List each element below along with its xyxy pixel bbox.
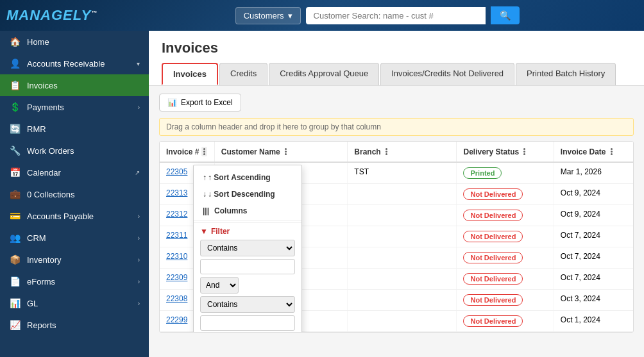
cell-branch-7 (348, 311, 457, 331)
filter-and-row: And Or (200, 277, 295, 294)
cell-delivery-1: Not Delivered (457, 184, 554, 204)
sidebar-item-label: RMR (27, 124, 46, 134)
export-to-excel-button[interactable]: 📊 Export to Excel (159, 94, 241, 112)
sidebar-item-home[interactable]: 🏠 Home (0, 31, 149, 53)
inventory-icon: 📦 (9, 254, 21, 265)
main-content: Invoices Invoices Credits Credits Approv… (149, 31, 644, 357)
chevron-right-icon: › (138, 300, 140, 307)
sidebar-item-label: eForms (27, 277, 55, 286)
cell-date-3: Oct 7, 2024 (554, 226, 633, 247)
rmr-icon: 🔄 (9, 124, 21, 134)
gl-icon: 📊 (9, 298, 21, 308)
sidebar-item-label: 0 Collections (27, 190, 74, 199)
sidebar-item-label: Reports (27, 320, 56, 330)
delivery-column-menu[interactable] (521, 147, 527, 156)
sidebar-item-eforms[interactable]: 📄 eForms › (0, 270, 149, 292)
accounts-payable-icon: 💳 (9, 211, 21, 221)
chevron-right-icon: › (138, 235, 140, 242)
col-header-invoice: Invoice # ↑ ↑ Sort Ascending (160, 142, 215, 162)
columns-icon: ||| (203, 206, 209, 215)
delivery-badge: Not Delivered (463, 252, 523, 263)
sidebar-item-crm[interactable]: 👥 CRM › (0, 227, 149, 249)
chevron-right-icon: › (138, 278, 140, 285)
columns-option[interactable]: ||| Columns (194, 203, 301, 219)
page-title: Invoices (162, 40, 631, 56)
delivery-badge: Not Delivered (463, 210, 523, 221)
main-layout: 🏠 Home 👤 Accounts Receivable ▾ 📋 Invoice… (0, 31, 644, 357)
payments-icon: 💲 (9, 102, 21, 112)
chevron-right-icon: › (138, 104, 140, 111)
delivery-badge: Not Delivered (463, 231, 523, 242)
sidebar-item-invoices[interactable]: 📋 Invoices (0, 74, 149, 96)
tabs-bar: Invoices Credits Credits Approval Queue … (162, 63, 631, 85)
sidebar-item-gl[interactable]: 📊 GL › (0, 292, 149, 314)
sidebar-item-label: Work Orders (27, 146, 74, 156)
tab-invoices-not-delivered[interactable]: Invoices/Credits Not Delivered (380, 63, 514, 85)
sidebar-item-label: GL (27, 299, 38, 308)
cell-branch-0: TST (348, 163, 457, 183)
app-logo: MANAGELY™ (6, 7, 97, 24)
col-header-customer: Customer Name (215, 142, 348, 162)
col-header-delivery: Delivery Status (457, 142, 554, 162)
sidebar-item-label: Calendar (27, 168, 61, 178)
filter-contains-select-1[interactable]: Contains Equals Starts With Ends With Do… (200, 240, 295, 256)
sidebar-item-accounts-receivable[interactable]: 👤 Accounts Receivable ▾ (0, 53, 149, 74)
search-button[interactable]: 🔍 (491, 6, 520, 24)
cell-delivery-0: Printed (457, 163, 554, 183)
invoices-icon: 📋 (9, 80, 21, 90)
customers-dropdown-label: Customers (244, 11, 284, 21)
sidebar-item-inventory[interactable]: 📦 Inventory › (0, 249, 149, 270)
excel-icon: 📊 (167, 98, 177, 107)
cell-date-6: Oct 3, 2024 (554, 290, 633, 310)
branch-column-menu[interactable] (384, 147, 389, 156)
sidebar-item-reports[interactable]: 📈 Reports (0, 314, 149, 336)
filter-and-select[interactable]: And Or (200, 277, 239, 294)
invoice-column-menu[interactable] (201, 147, 207, 156)
chevron-right-icon: › (138, 256, 140, 263)
filter-contains-select-2[interactable]: Contains Equals Starts With Ends With Do… (200, 296, 295, 313)
delivery-badge: Printed (463, 167, 502, 179)
date-column-menu[interactable] (609, 147, 614, 156)
customer-search-input[interactable] (306, 7, 486, 24)
nav-center: Customers ▾ 🔍 (117, 6, 638, 24)
sort-ascending-option[interactable]: ↑ ↑ Sort Ascending (194, 169, 301, 186)
customer-column-menu[interactable] (283, 147, 289, 156)
table-header-row: Invoice # ↑ ↑ Sort Ascending (160, 142, 633, 163)
sidebar-item-label: CRM (27, 233, 46, 243)
sidebar-item-calendar[interactable]: 📅 Calendar ↗ (0, 162, 149, 183)
sidebar: 🏠 Home 👤 Accounts Receivable ▾ 📋 Invoice… (0, 31, 149, 357)
filter-value-input-1[interactable] (200, 259, 295, 274)
col-header-branch: Branch (348, 142, 457, 162)
cell-branch-3 (348, 226, 457, 247)
sidebar-item-label: Home (27, 37, 49, 47)
cell-delivery-7: Not Delivered (457, 311, 554, 331)
sidebar-item-label: Accounts Receivable (27, 59, 105, 69)
tab-printed-batch[interactable]: Printed Batch History (516, 63, 616, 85)
drag-hint: Drag a column header and drop it here to… (159, 118, 634, 136)
reports-icon: 📈 (9, 320, 21, 330)
chevron-right-icon: › (138, 213, 140, 220)
delivery-badge: Not Delivered (463, 315, 523, 327)
tab-credits-approval[interactable]: Credits Approval Queue (269, 63, 379, 85)
sidebar-item-accounts-payable[interactable]: 💳 Accounts Payable › (0, 205, 149, 227)
cell-delivery-5: Not Delivered (457, 269, 554, 289)
search-icon: 🔍 (500, 10, 511, 21)
filter-section-label: ▼ Filter (200, 227, 295, 236)
cell-branch-4 (348, 247, 457, 268)
cell-delivery-2: Not Delivered (457, 205, 554, 226)
external-link-icon: ↗ (135, 169, 140, 176)
customers-dropdown[interactable]: Customers ▾ (235, 7, 301, 24)
sidebar-item-label: Payments (27, 103, 64, 112)
accounts-receivable-icon: 👤 (9, 58, 21, 69)
filter-value-input-2[interactable] (200, 315, 295, 331)
sidebar-item-collections[interactable]: 💼 0 Collections (0, 183, 149, 205)
dropdown-arrow-icon: ▾ (288, 11, 292, 21)
home-icon: 🏠 (9, 37, 21, 47)
tab-invoices[interactable]: Invoices (162, 63, 218, 85)
sidebar-item-rmr[interactable]: 🔄 RMR (0, 118, 149, 140)
col-header-date: Invoice Date (554, 142, 633, 162)
tab-credits[interactable]: Credits (219, 63, 267, 85)
sort-descending-option[interactable]: ↓ ↓ Sort Descending (194, 186, 301, 203)
sidebar-item-work-orders[interactable]: 🔧 Work Orders (0, 140, 149, 162)
sidebar-item-payments[interactable]: 💲 Payments › (0, 96, 149, 118)
